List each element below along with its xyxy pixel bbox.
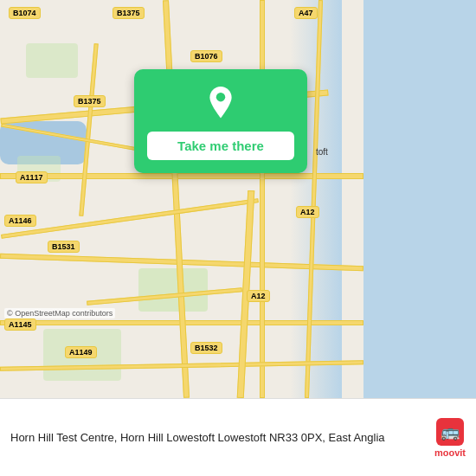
road-label-b1375-mid: B1375: [74, 95, 106, 107]
green-area-2: [26, 43, 78, 78]
road-label-a12-2: A12: [247, 290, 270, 302]
take-me-there-button[interactable]: Take me there: [147, 132, 294, 160]
green-area-1: [138, 268, 208, 312]
location-info: Horn Hill Test Centre, Horn Hill Lowesto…: [10, 429, 426, 446]
svg-point-0: [216, 93, 225, 101]
map-pin-icon: [203, 87, 238, 121]
moovit-brand-text: moovit: [434, 447, 466, 458]
road-6: [260, 0, 265, 398]
road-label-a12-1: A12: [296, 206, 319, 218]
road-label-a47: A47: [294, 7, 318, 19]
bottom-bar: Horn Hill Test Centre, Horn Hill Lowesto…: [0, 398, 476, 476]
moovit-bus-icon: 🚌: [436, 418, 464, 446]
bus-emoji: 🚌: [441, 422, 460, 441]
road-label-b1076: B1076: [190, 50, 222, 62]
road-label-b1531: B1531: [48, 241, 80, 253]
map-container: B1074 B1375 A47 B1375 A1117 B1531 A1146 …: [0, 0, 476, 398]
location-name-text: Horn Hill Test Centre, Horn Hill Lowesto…: [10, 431, 385, 444]
moovit-logo: 🚌 moovit: [434, 418, 466, 458]
road-label-b1074: B1074: [9, 7, 41, 19]
city-label-lowestoft: toft: [316, 147, 328, 157]
road-label-b1532: B1532: [190, 342, 222, 354]
road-2: [0, 173, 363, 179]
road-label-a1117: A1117: [16, 171, 48, 183]
popup-card: Take me there: [134, 69, 307, 173]
road-label-a1149: A1149: [65, 346, 97, 358]
road-label-a1145: A1145: [4, 318, 36, 331]
road-label-b1375-top: B1375: [113, 7, 145, 19]
osm-attribution: © OpenStreetMap contributors: [4, 308, 115, 318]
road-label-a1146: A1146: [4, 215, 36, 227]
